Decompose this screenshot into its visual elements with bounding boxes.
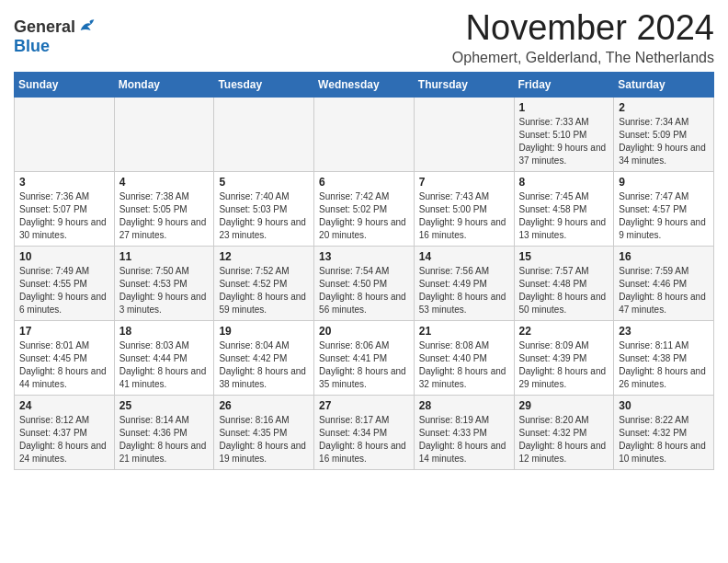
day-of-week-header: Tuesday — [214, 72, 314, 97]
day-number: 10 — [19, 250, 109, 263]
day-number: 29 — [519, 399, 609, 412]
calendar-day-cell: 3Sunrise: 7:36 AM Sunset: 5:07 PM Daylig… — [15, 171, 115, 246]
calendar-week-row: 3Sunrise: 7:36 AM Sunset: 5:07 PM Daylig… — [15, 171, 714, 246]
day-number: 27 — [319, 399, 409, 412]
day-info: Sunrise: 7:33 AM Sunset: 5:10 PM Dayligh… — [519, 116, 609, 167]
day-info: Sunrise: 8:17 AM Sunset: 4:34 PM Dayligh… — [319, 414, 409, 465]
day-number: 15 — [519, 250, 609, 263]
day-number: 17 — [19, 325, 109, 338]
day-info: Sunrise: 7:56 AM Sunset: 4:49 PM Dayligh… — [419, 265, 509, 316]
day-info: Sunrise: 7:43 AM Sunset: 5:00 PM Dayligh… — [419, 190, 509, 242]
calendar-day-cell: 6Sunrise: 7:42 AM Sunset: 5:02 PM Daylig… — [314, 171, 415, 246]
day-info: Sunrise: 8:19 AM Sunset: 4:33 PM Dayligh… — [419, 414, 509, 465]
logo-general-text: General — [14, 17, 75, 37]
day-info: Sunrise: 8:20 AM Sunset: 4:32 PM Dayligh… — [519, 414, 609, 465]
day-number: 25 — [119, 399, 210, 412]
day-number: 19 — [219, 325, 309, 338]
day-number: 28 — [419, 399, 509, 412]
calendar-day-cell: 10Sunrise: 7:49 AM Sunset: 4:55 PM Dayli… — [15, 246, 115, 320]
logo-blue-text: Blue — [14, 37, 50, 55]
day-of-week-header: Sunday — [15, 72, 115, 97]
day-info: Sunrise: 7:34 AM Sunset: 5:09 PM Dayligh… — [619, 116, 709, 167]
day-info: Sunrise: 8:22 AM Sunset: 4:32 PM Dayligh… — [619, 414, 709, 465]
calendar-day-cell: 17Sunrise: 8:01 AM Sunset: 4:45 PM Dayli… — [15, 320, 115, 395]
day-info: Sunrise: 8:01 AM Sunset: 4:45 PM Dayligh… — [19, 339, 109, 391]
day-number: 5 — [219, 176, 309, 189]
day-number: 30 — [619, 399, 709, 412]
calendar-day-cell: 4Sunrise: 7:38 AM Sunset: 5:05 PM Daylig… — [114, 171, 214, 246]
calendar-day-cell: 11Sunrise: 7:50 AM Sunset: 4:53 PM Dayli… — [114, 246, 214, 320]
day-number: 21 — [419, 325, 509, 338]
calendar-day-cell: 19Sunrise: 8:04 AM Sunset: 4:42 PM Dayli… — [214, 320, 314, 395]
day-number: 9 — [619, 176, 709, 189]
calendar-day-cell: 16Sunrise: 7:59 AM Sunset: 4:46 PM Dayli… — [614, 246, 714, 320]
day-info: Sunrise: 8:16 AM Sunset: 4:35 PM Dayligh… — [219, 414, 309, 465]
calendar-day-cell: 5Sunrise: 7:40 AM Sunset: 5:03 PM Daylig… — [214, 171, 314, 246]
day-info: Sunrise: 8:04 AM Sunset: 4:42 PM Dayligh… — [219, 339, 309, 391]
calendar-body: 1Sunrise: 7:33 AM Sunset: 5:10 PM Daylig… — [15, 97, 714, 469]
calendar-day-cell — [15, 97, 115, 171]
calendar-day-cell: 28Sunrise: 8:19 AM Sunset: 4:33 PM Dayli… — [414, 395, 514, 469]
day-of-week-header: Monday — [114, 72, 214, 97]
calendar-day-cell: 21Sunrise: 8:08 AM Sunset: 4:40 PM Dayli… — [414, 320, 514, 395]
calendar-day-cell: 18Sunrise: 8:03 AM Sunset: 4:44 PM Dayli… — [114, 320, 214, 395]
calendar-day-cell: 24Sunrise: 8:12 AM Sunset: 4:37 PM Dayli… — [15, 395, 115, 469]
day-number: 1 — [519, 101, 609, 114]
calendar-day-cell: 14Sunrise: 7:56 AM Sunset: 4:49 PM Dayli… — [414, 246, 514, 320]
day-number: 12 — [219, 250, 309, 263]
calendar-day-cell: 22Sunrise: 8:09 AM Sunset: 4:39 PM Dayli… — [514, 320, 614, 395]
calendar-day-cell — [414, 97, 514, 171]
calendar-day-cell: 9Sunrise: 7:47 AM Sunset: 4:57 PM Daylig… — [614, 171, 714, 246]
calendar-week-row: 17Sunrise: 8:01 AM Sunset: 4:45 PM Dayli… — [15, 320, 714, 395]
day-number: 4 — [119, 176, 210, 189]
calendar-day-cell — [114, 97, 214, 171]
day-number: 14 — [419, 250, 509, 263]
day-number: 20 — [319, 325, 409, 338]
day-info: Sunrise: 7:42 AM Sunset: 5:02 PM Dayligh… — [319, 190, 409, 242]
day-info: Sunrise: 7:54 AM Sunset: 4:50 PM Dayligh… — [319, 265, 409, 316]
calendar-day-cell: 25Sunrise: 8:14 AM Sunset: 4:36 PM Dayli… — [114, 395, 214, 469]
month-title: November 2024 — [452, 9, 714, 48]
day-number: 26 — [219, 399, 309, 412]
day-info: Sunrise: 7:40 AM Sunset: 5:03 PM Dayligh… — [219, 190, 309, 242]
logo-bird-icon — [77, 17, 97, 37]
calendar-day-cell: 27Sunrise: 8:17 AM Sunset: 4:34 PM Dayli… — [314, 395, 415, 469]
day-info: Sunrise: 8:08 AM Sunset: 4:40 PM Dayligh… — [419, 339, 509, 391]
calendar-day-cell: 8Sunrise: 7:45 AM Sunset: 4:58 PM Daylig… — [514, 171, 614, 246]
day-of-week-header: Thursday — [414, 72, 514, 97]
day-info: Sunrise: 8:03 AM Sunset: 4:44 PM Dayligh… — [119, 339, 210, 391]
day-number: 11 — [119, 250, 210, 263]
day-number: 13 — [319, 250, 409, 263]
day-info: Sunrise: 7:57 AM Sunset: 4:48 PM Dayligh… — [519, 265, 609, 316]
logo: General Blue — [14, 17, 97, 56]
day-info: Sunrise: 7:50 AM Sunset: 4:53 PM Dayligh… — [119, 265, 210, 316]
calendar-week-row: 24Sunrise: 8:12 AM Sunset: 4:37 PM Dayli… — [15, 395, 714, 469]
calendar-day-cell: 20Sunrise: 8:06 AM Sunset: 4:41 PM Dayli… — [314, 320, 415, 395]
day-number: 8 — [519, 176, 609, 189]
day-of-week-header: Friday — [514, 72, 614, 97]
day-number: 23 — [619, 325, 709, 338]
calendar-day-cell — [214, 97, 314, 171]
calendar-day-cell: 7Sunrise: 7:43 AM Sunset: 5:00 PM Daylig… — [414, 171, 514, 246]
page-header: General Blue November 2024 Ophemert, Gel… — [14, 9, 714, 66]
day-info: Sunrise: 8:09 AM Sunset: 4:39 PM Dayligh… — [519, 339, 609, 391]
day-number: 24 — [19, 399, 109, 412]
day-info: Sunrise: 8:11 AM Sunset: 4:38 PM Dayligh… — [619, 339, 709, 391]
calendar-week-row: 10Sunrise: 7:49 AM Sunset: 4:55 PM Dayli… — [15, 246, 714, 320]
day-of-week-header: Wednesday — [314, 72, 415, 97]
calendar-day-cell: 12Sunrise: 7:52 AM Sunset: 4:52 PM Dayli… — [214, 246, 314, 320]
day-number: 3 — [19, 176, 109, 189]
calendar-day-cell: 26Sunrise: 8:16 AM Sunset: 4:35 PM Dayli… — [214, 395, 314, 469]
calendar-day-cell — [314, 97, 415, 171]
calendar-day-cell: 29Sunrise: 8:20 AM Sunset: 4:32 PM Dayli… — [514, 395, 614, 469]
calendar-week-row: 1Sunrise: 7:33 AM Sunset: 5:10 PM Daylig… — [15, 97, 714, 171]
calendar-header-row: SundayMondayTuesdayWednesdayThursdayFrid… — [15, 72, 714, 97]
calendar-day-cell: 15Sunrise: 7:57 AM Sunset: 4:48 PM Dayli… — [514, 246, 614, 320]
day-number: 6 — [319, 176, 409, 189]
calendar-day-cell: 13Sunrise: 7:54 AM Sunset: 4:50 PM Dayli… — [314, 246, 415, 320]
calendar-day-cell: 30Sunrise: 8:22 AM Sunset: 4:32 PM Dayli… — [614, 395, 714, 469]
calendar-day-cell: 1Sunrise: 7:33 AM Sunset: 5:10 PM Daylig… — [514, 97, 614, 171]
day-info: Sunrise: 7:59 AM Sunset: 4:46 PM Dayligh… — [619, 265, 709, 316]
day-number: 18 — [119, 325, 210, 338]
day-info: Sunrise: 7:36 AM Sunset: 5:07 PM Dayligh… — [19, 190, 109, 242]
